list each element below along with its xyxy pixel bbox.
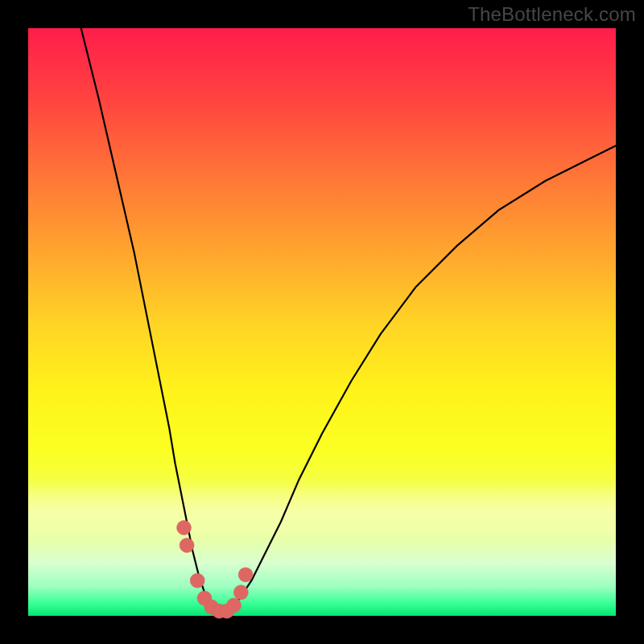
data-marker — [190, 573, 204, 588]
data-marker — [233, 585, 248, 600]
bottleneck-curve — [81, 28, 616, 613]
curve-layer — [28, 28, 616, 616]
chart-frame: TheBottleneck.com — [0, 0, 644, 644]
data-marker — [180, 538, 194, 552]
plot-area — [28, 28, 616, 616]
data-marker — [238, 568, 253, 582]
data-marker — [227, 598, 242, 613]
data-marker — [177, 521, 192, 535]
watermark-text: TheBottleneck.com — [468, 3, 636, 26]
marker-group — [177, 521, 254, 619]
